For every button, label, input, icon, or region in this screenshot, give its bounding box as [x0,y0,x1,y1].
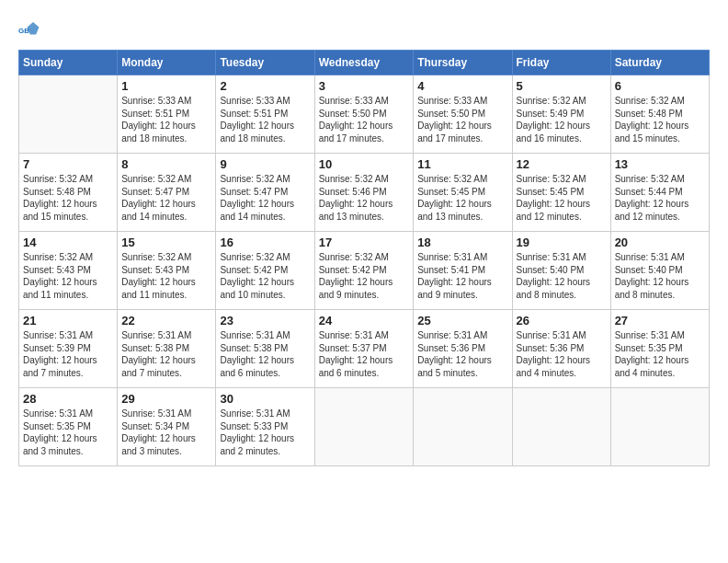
day-number: 27 [615,314,705,327]
calendar-cell: 1Sunrise: 5:33 AM Sunset: 5:51 PM Daylig… [118,75,216,154]
day-info: Sunrise: 5:32 AM Sunset: 5:45 PM Dayligh… [417,173,507,223]
day-info: Sunrise: 5:31 AM Sunset: 5:38 PM Dayligh… [121,329,211,379]
day-number: 14 [23,236,113,249]
day-number: 26 [517,314,607,327]
calendar-cell: 28Sunrise: 5:31 AM Sunset: 5:35 PM Dayli… [19,388,118,466]
calendar-cell: 14Sunrise: 5:32 AM Sunset: 5:43 PM Dayli… [19,232,118,310]
calendar-cell [512,388,610,466]
weekday-header: Thursday [414,51,512,75]
calendar-cell: 9Sunrise: 5:32 AM Sunset: 5:47 PM Daylig… [216,154,314,232]
calendar-cell: 25Sunrise: 5:31 AM Sunset: 5:36 PM Dayli… [414,310,512,388]
weekday-header: Sunday [19,51,118,75]
weekday-header: Wednesday [314,51,414,75]
day-info: Sunrise: 5:31 AM Sunset: 5:41 PM Dayligh… [417,251,507,301]
day-number: 1 [121,79,211,93]
day-number: 25 [417,314,507,327]
day-number: 13 [615,157,705,171]
calendar-cell: 19Sunrise: 5:31 AM Sunset: 5:40 PM Dayli… [512,232,610,310]
calendar-week-row: 14Sunrise: 5:32 AM Sunset: 5:43 PM Dayli… [19,232,710,310]
day-info: Sunrise: 5:31 AM Sunset: 5:33 PM Dayligh… [220,408,310,457]
day-number: 21 [23,314,113,327]
day-number: 8 [121,157,211,171]
calendar-cell: 15Sunrise: 5:32 AM Sunset: 5:43 PM Dayli… [118,232,216,310]
calendar-cell: 13Sunrise: 5:32 AM Sunset: 5:44 PM Dayli… [610,154,709,232]
weekday-header: Monday [118,51,216,75]
calendar-cell: 7Sunrise: 5:32 AM Sunset: 5:48 PM Daylig… [19,154,118,232]
calendar-cell: 2Sunrise: 5:33 AM Sunset: 5:51 PM Daylig… [216,75,314,154]
calendar-cell: 30Sunrise: 5:31 AM Sunset: 5:33 PM Dayli… [216,388,314,466]
day-info: Sunrise: 5:31 AM Sunset: 5:40 PM Dayligh… [615,251,705,301]
calendar-cell: 22Sunrise: 5:31 AM Sunset: 5:38 PM Dayli… [118,310,216,388]
logo: GB [18,18,44,40]
day-number: 11 [417,157,507,171]
calendar-cell: 29Sunrise: 5:31 AM Sunset: 5:34 PM Dayli… [118,388,216,466]
day-info: Sunrise: 5:32 AM Sunset: 5:43 PM Dayligh… [23,251,113,301]
logo-icon: GB [18,18,40,40]
calendar-cell: 20Sunrise: 5:31 AM Sunset: 5:40 PM Dayli… [610,232,709,310]
day-info: Sunrise: 5:32 AM Sunset: 5:46 PM Dayligh… [319,173,410,223]
day-info: Sunrise: 5:31 AM Sunset: 5:36 PM Dayligh… [417,329,507,379]
day-info: Sunrise: 5:31 AM Sunset: 5:34 PM Dayligh… [121,408,211,457]
day-number: 2 [220,79,310,93]
calendar-cell: 3Sunrise: 5:33 AM Sunset: 5:50 PM Daylig… [314,75,414,154]
day-info: Sunrise: 5:32 AM Sunset: 5:49 PM Dayligh… [517,95,607,144]
day-number: 30 [220,392,310,406]
day-info: Sunrise: 5:32 AM Sunset: 5:47 PM Dayligh… [220,173,310,223]
calendar-cell: 24Sunrise: 5:31 AM Sunset: 5:37 PM Dayli… [314,310,414,388]
day-number: 24 [319,314,410,327]
calendar-cell: 26Sunrise: 5:31 AM Sunset: 5:36 PM Dayli… [512,310,610,388]
day-info: Sunrise: 5:31 AM Sunset: 5:37 PM Dayligh… [319,329,410,379]
calendar-cell [314,388,414,466]
day-number: 22 [121,314,211,327]
day-number: 19 [517,236,607,249]
day-info: Sunrise: 5:33 AM Sunset: 5:50 PM Dayligh… [319,95,410,144]
calendar-week-row: 21Sunrise: 5:31 AM Sunset: 5:39 PM Dayli… [19,310,710,388]
calendar-cell: 10Sunrise: 5:32 AM Sunset: 5:46 PM Dayli… [314,154,414,232]
calendar-cell: 5Sunrise: 5:32 AM Sunset: 5:49 PM Daylig… [512,75,610,154]
day-number: 3 [319,79,410,93]
day-number: 9 [220,157,310,171]
day-number: 5 [517,79,607,93]
calendar-cell: 16Sunrise: 5:32 AM Sunset: 5:42 PM Dayli… [216,232,314,310]
calendar-cell: 17Sunrise: 5:32 AM Sunset: 5:42 PM Dayli… [314,232,414,310]
day-number: 7 [23,157,113,171]
calendar-cell: 12Sunrise: 5:32 AM Sunset: 5:45 PM Dayli… [512,154,610,232]
day-number: 29 [121,392,211,406]
day-info: Sunrise: 5:31 AM Sunset: 5:35 PM Dayligh… [615,329,705,379]
page-header: GB [18,18,710,40]
calendar-table: SundayMondayTuesdayWednesdayThursdayFrid… [18,50,710,466]
day-info: Sunrise: 5:32 AM Sunset: 5:48 PM Dayligh… [23,173,113,223]
calendar-cell: 8Sunrise: 5:32 AM Sunset: 5:47 PM Daylig… [118,154,216,232]
day-info: Sunrise: 5:31 AM Sunset: 5:40 PM Dayligh… [517,251,607,301]
calendar-cell: 18Sunrise: 5:31 AM Sunset: 5:41 PM Dayli… [414,232,512,310]
day-number: 17 [319,236,410,249]
calendar-cell: 6Sunrise: 5:32 AM Sunset: 5:48 PM Daylig… [610,75,709,154]
calendar-header-row: SundayMondayTuesdayWednesdayThursdayFrid… [19,51,710,75]
day-info: Sunrise: 5:31 AM Sunset: 5:39 PM Dayligh… [23,329,113,379]
day-number: 12 [517,157,607,171]
day-info: Sunrise: 5:32 AM Sunset: 5:42 PM Dayligh… [220,251,310,301]
weekday-header: Friday [512,51,610,75]
day-info: Sunrise: 5:33 AM Sunset: 5:51 PM Dayligh… [220,95,310,144]
day-number: 15 [121,236,211,249]
day-number: 28 [23,392,113,406]
day-number: 16 [220,236,310,249]
day-info: Sunrise: 5:32 AM Sunset: 5:43 PM Dayligh… [121,251,211,301]
weekday-header: Saturday [610,51,709,75]
day-number: 4 [417,79,507,93]
day-info: Sunrise: 5:32 AM Sunset: 5:44 PM Dayligh… [615,173,705,223]
day-info: Sunrise: 5:31 AM Sunset: 5:36 PM Dayligh… [517,329,607,379]
calendar-cell [414,388,512,466]
calendar-cell [19,75,118,154]
day-info: Sunrise: 5:32 AM Sunset: 5:45 PM Dayligh… [517,173,607,223]
day-number: 20 [615,236,705,249]
calendar-week-row: 1Sunrise: 5:33 AM Sunset: 5:51 PM Daylig… [19,75,710,154]
day-info: Sunrise: 5:32 AM Sunset: 5:48 PM Dayligh… [615,95,705,144]
weekday-header: Tuesday [216,51,314,75]
calendar-cell: 27Sunrise: 5:31 AM Sunset: 5:35 PM Dayli… [610,310,709,388]
day-number: 23 [220,314,310,327]
day-info: Sunrise: 5:33 AM Sunset: 5:50 PM Dayligh… [417,95,507,144]
calendar-cell: 4Sunrise: 5:33 AM Sunset: 5:50 PM Daylig… [414,75,512,154]
calendar-cell: 11Sunrise: 5:32 AM Sunset: 5:45 PM Dayli… [414,154,512,232]
day-info: Sunrise: 5:31 AM Sunset: 5:38 PM Dayligh… [220,329,310,379]
